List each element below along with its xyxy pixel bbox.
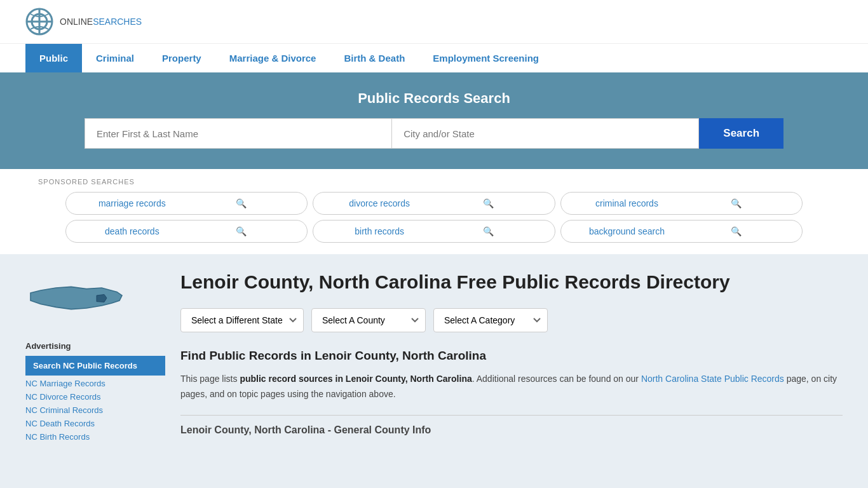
location-input[interactable]	[391, 118, 699, 149]
nav-public[interactable]: Public	[25, 44, 82, 72]
sidebar-link-4[interactable]: NC Birth Records	[25, 430, 165, 444]
search-icon-death: 🔍	[187, 226, 296, 236]
body-text: This page lists public record sources in…	[180, 372, 843, 402]
dropdown-row: Select a Different State Select A County…	[180, 308, 843, 332]
sidebar: Advertising Search NC Public Records NC …	[25, 269, 165, 444]
nc-state-map	[25, 269, 127, 327]
category-dropdown[interactable]: Select A Category	[433, 308, 548, 332]
search-icon-criminal: 🔍	[681, 198, 790, 208]
nav-employment[interactable]: Employment Screening	[419, 44, 553, 72]
main-content: Lenoir County, North Carolina Free Publi…	[180, 269, 843, 444]
sponsored-section: SPONSORED SEARCHES marriage records 🔍 di…	[0, 169, 868, 254]
search-bar: Search	[85, 118, 783, 149]
find-title: Find Public Records in Lenoir County, No…	[180, 349, 843, 363]
sponsored-text-divorce: divorce records	[325, 198, 434, 208]
sponsored-grid: marriage records 🔍 divorce records 🔍 cri…	[53, 192, 815, 243]
nav-marriage-divorce[interactable]: Marriage & Divorce	[215, 44, 330, 72]
sponsored-label: SPONSORED SEARCHES	[25, 178, 843, 186]
logo-online: ONLINE	[60, 17, 93, 27]
section-divider	[180, 415, 843, 416]
sidebar-link-3[interactable]: NC Death Records	[25, 417, 165, 430]
search-icon-divorce: 🔍	[434, 198, 543, 208]
logo-icon	[25, 8, 53, 36]
search-button[interactable]: Search	[699, 118, 783, 149]
search-icon-birth: 🔍	[434, 226, 543, 236]
state-dropdown[interactable]: Select a Different State	[180, 308, 304, 332]
nav-birth-death[interactable]: Birth & Death	[330, 44, 419, 72]
svg-marker-4	[31, 287, 122, 309]
sidebar-map	[25, 269, 165, 329]
sidebar-link-0[interactable]: NC Marriage Records	[25, 377, 165, 390]
search-icon-marriage: 🔍	[187, 198, 296, 208]
sponsored-item-background[interactable]: background search 🔍	[560, 220, 803, 243]
sponsored-item-birth[interactable]: birth records 🔍	[313, 220, 555, 243]
sponsored-text-criminal: criminal records	[573, 198, 682, 208]
sponsored-item-divorce[interactable]: divorce records 🔍	[313, 192, 555, 215]
sponsored-item-death[interactable]: death records 🔍	[65, 220, 308, 243]
sponsored-item-criminal[interactable]: criminal records 🔍	[560, 192, 803, 215]
sponsored-item-marriage[interactable]: marriage records 🔍	[65, 192, 308, 215]
name-input[interactable]	[85, 118, 391, 149]
body-link[interactable]: North Carolina State Public Records	[641, 374, 784, 384]
page-title: Lenoir County, North Carolina Free Publi…	[180, 269, 843, 294]
hero-section: Public Records Search Search	[0, 72, 868, 169]
section-subheader: Lenoir County, North Carolina - General …	[180, 424, 843, 436]
sidebar-link-2[interactable]: NC Criminal Records	[25, 403, 165, 417]
main-area: Advertising Search NC Public Records NC …	[0, 254, 868, 459]
logo: ONLINESEARCHES	[25, 8, 142, 36]
sidebar-ad-item[interactable]: Search NC Public Records	[25, 356, 165, 376]
sponsored-text-birth: birth records	[325, 226, 434, 236]
body-intro: This page lists	[180, 374, 240, 384]
sponsored-text-marriage: marriage records	[78, 198, 187, 208]
county-dropdown[interactable]: Select A County	[311, 308, 426, 332]
sponsored-text-death: death records	[78, 226, 187, 236]
logo-searches: SEARCHES	[93, 17, 142, 27]
hero-title: Public Records Search	[25, 90, 843, 107]
nav-property[interactable]: Property	[148, 44, 215, 72]
body-bold: public record sources in Lenoir County, …	[240, 374, 471, 384]
nav-criminal[interactable]: Criminal	[82, 44, 148, 72]
sidebar-link-1[interactable]: NC Divorce Records	[25, 390, 165, 403]
sponsored-text-background: background search	[573, 226, 682, 236]
header: ONLINESEARCHES	[0, 0, 868, 43]
search-icon-background: 🔍	[681, 226, 790, 236]
sidebar-ad-label: Advertising	[25, 341, 165, 351]
main-nav: Public Criminal Property Marriage & Divo…	[0, 43, 868, 72]
body-middle: . Additional resources can be found on o…	[472, 374, 641, 384]
logo-text: ONLINESEARCHES	[60, 17, 142, 27]
